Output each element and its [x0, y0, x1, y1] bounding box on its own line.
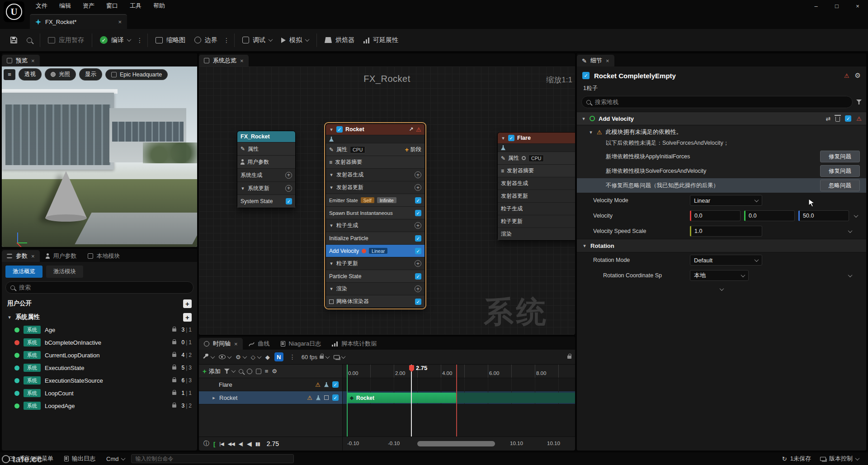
module-section-add-velocity[interactable]: ▾ Add Velocity ⇄ ✓ ⚠ [577, 112, 866, 125]
browse-to-asset-button[interactable] [22, 33, 37, 47]
perspective-button[interactable]: 透视 [19, 68, 42, 81]
tab-script-stats[interactable]: 脚本统计数据 [327, 338, 382, 350]
collapse-caret-icon[interactable]: ▾ [329, 286, 334, 292]
timeline-scrollbar[interactable] [417, 441, 495, 446]
rocket-render-group[interactable]: ▾ 渲染 + [326, 282, 425, 295]
rocket-emitter-spawn-group[interactable]: ▾ 发射器生成 + [326, 168, 425, 181]
add-module-icon[interactable]: + [415, 184, 421, 191]
fx-user-params-row[interactable]: 用户参数 [237, 155, 295, 168]
rotation-coordinate-select[interactable]: 本地 [690, 270, 749, 281]
track-enabled-checkbox[interactable]: ✓ [332, 381, 339, 388]
module-add-velocity-selected[interactable]: Add Velocity Linear ✓ [326, 244, 425, 257]
module-enabled-checkbox[interactable]: ✓ [415, 273, 421, 280]
info-icon[interactable]: ⓘ [203, 440, 209, 448]
fx-properties-row[interactable]: ✎ 属性 [237, 142, 295, 155]
view-end-field[interactable]: 10.10 [510, 441, 523, 446]
track-warning-icon[interactable]: ⚠ [315, 381, 321, 388]
collapse-caret-icon[interactable]: ▾ [501, 135, 505, 141]
node-fx-rocket-header[interactable]: FX_Rocket [237, 131, 295, 142]
unsaved-changes-button[interactable]: ↻ 1未保存 [778, 455, 816, 463]
parameter-row[interactable]: 系统 LoopedAge 3|2 [2, 399, 197, 412]
velocity-z-field[interactable] [798, 210, 849, 221]
tab-local-modules[interactable]: 本地模块 [83, 250, 125, 262]
expand-caret-icon[interactable]: ▸ [212, 395, 216, 401]
compile-button[interactable]: ✓ 编译 [95, 32, 135, 48]
isolate-icon[interactable] [324, 382, 329, 387]
isolate-emitter-icon[interactable] [501, 145, 505, 150]
collapse-caret-icon[interactable]: ▾ [582, 243, 587, 249]
maximize-button[interactable]: □ [826, 0, 847, 12]
flare-emitter-summary-row[interactable]: ≡ 发射器摘要 [498, 164, 575, 177]
range-end-field[interactable]: 10.10 [547, 441, 560, 446]
sim-target-badge[interactable]: CPU [350, 146, 365, 153]
module-mesh-renderer[interactable]: 网格体渲染器 ✓ [326, 295, 425, 308]
mute-filter-icon[interactable] [256, 369, 261, 374]
sequencer-options-button[interactable] [203, 354, 214, 360]
apply-staged-button[interactable]: 应用暂存 [43, 32, 89, 48]
parameter-row[interactable]: 系统 LoopCount 1|1 [2, 387, 197, 399]
fx-system-spawn-group[interactable]: 系统生成 + [237, 168, 295, 181]
delete-module-icon[interactable] [835, 117, 840, 122]
module-initialize-particle[interactable]: Initialize Particle ✓ [326, 232, 425, 244]
rocket-emitter-summary-row[interactable]: ≡ 发射器摘要 [326, 156, 425, 168]
tab-parameters[interactable]: 参数 × [2, 250, 40, 262]
stack-filter-icon[interactable] [856, 100, 862, 104]
auto-key-button[interactable]: ◆ [265, 354, 270, 361]
output-log-button[interactable]: 输出日志 [60, 455, 100, 463]
collapse-caret-icon[interactable]: ▾ [329, 185, 334, 190]
playback-end-marker[interactable] [456, 365, 457, 437]
velocity-speed-scale-field[interactable] [690, 226, 762, 237]
close-button[interactable]: × [847, 0, 868, 12]
tab-curves[interactable]: 曲线 [244, 338, 275, 350]
section-system-attributes[interactable]: ▾ 系统属性 + [2, 311, 197, 323]
emitter-enabled-checkbox[interactable]: ✓ [582, 72, 590, 79]
console-command-input[interactable] [131, 454, 294, 463]
lane-flare[interactable] [343, 378, 575, 391]
go-to-start-button[interactable]: |◀ [219, 441, 223, 447]
velocity-y-input[interactable] [749, 213, 791, 219]
tab-details[interactable]: ✎ 细节 × [577, 55, 614, 66]
tab-preview[interactable]: 预览 × [2, 55, 40, 66]
collapse-caret-icon[interactable]: ▾ [241, 185, 245, 191]
randomize-icon[interactable]: ⇄ [826, 115, 830, 122]
collapse-caret-icon[interactable]: ▾ [329, 172, 334, 178]
module-warning-icon[interactable]: ⚠ [856, 115, 862, 122]
emitter-enabled-checkbox[interactable]: ✓ [336, 126, 343, 133]
rocket-emitter-update-group[interactable]: ▾ 发射器更新 + [326, 181, 425, 194]
menu-tools[interactable]: 工具 [124, 0, 147, 12]
emitter-warning-icon[interactable]: ⚠ [416, 126, 421, 133]
playhead-marker[interactable] [409, 365, 414, 372]
debug-button[interactable]: 调试 [238, 32, 277, 48]
source-control-button[interactable]: 版本控制 [816, 455, 863, 463]
collapse-caret-icon[interactable]: ▾ [581, 116, 586, 122]
unreal-logo[interactable]: U [4, 1, 24, 22]
open-emitter-icon[interactable]: ↗ [409, 126, 413, 133]
velocity-x-field[interactable] [690, 210, 741, 221]
lock-timeline-button[interactable] [567, 356, 571, 359]
flare-emitter-update-group[interactable]: 发射器更新 [498, 190, 575, 202]
add-module-icon[interactable]: + [415, 171, 421, 178]
bounds-more-icon[interactable]: ⋮ [222, 37, 231, 44]
module-spawn-burst[interactable]: Spawn Burst Instantaneous ✓ [326, 206, 425, 219]
track-flare[interactable]: Flare ⚠ ✓ [199, 378, 342, 391]
module-emitter-state[interactable]: Emitter State Self Infinite ✓ [326, 194, 425, 206]
module-enabled-checkbox[interactable]: ✓ [415, 210, 421, 216]
velocity-z-input[interactable] [803, 213, 845, 219]
sim-target-badge[interactable]: CPU [528, 155, 544, 162]
section-rotation[interactable]: ▾ Rotation [577, 239, 866, 252]
track-enabled-checkbox[interactable]: ✓ [332, 394, 339, 401]
flare-particle-update-group[interactable]: 粒子更新 [498, 215, 575, 228]
track-rocket[interactable]: ▸ Rocket ⚠ ✓ [199, 391, 342, 404]
timeline-track-area[interactable]: 0.00 2.00 4.00 6.00 8.00 2.75 [343, 365, 575, 437]
parameter-row[interactable]: 系统 ExecutionStateSource 6|3 [2, 374, 197, 387]
preview-viewport[interactable]: ≡ 透视 光照 显示 Epic Headqua [2, 66, 197, 247]
tab-user-parameters[interactable]: 用户参数 [41, 250, 82, 262]
warning-icon[interactable]: ⚠ [844, 72, 849, 79]
stack-search[interactable] [581, 96, 853, 108]
fps-selector[interactable]: 60 fps [302, 354, 329, 361]
collapse-caret-icon[interactable]: ▾ [329, 261, 334, 266]
flare-render-group[interactable]: 渲染 [498, 228, 575, 240]
collapse-caret-icon[interactable]: ▾ [329, 127, 334, 133]
module-enabled-checkbox[interactable]: ✓ [845, 115, 851, 122]
collapse-caret-icon[interactable]: ▾ [589, 129, 593, 135]
